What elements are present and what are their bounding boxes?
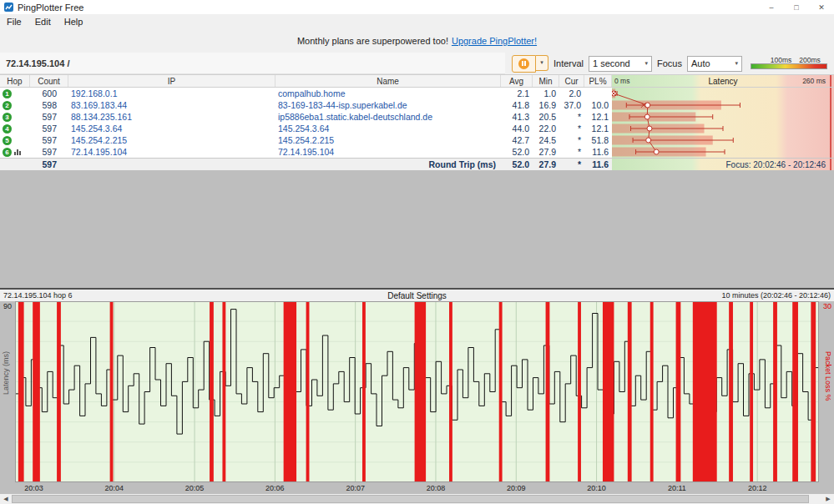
pause-icon bbox=[518, 58, 529, 69]
cell-cur: 2.0 bbox=[559, 88, 584, 99]
cell-min: 27.9 bbox=[533, 146, 559, 158]
footer-cur: * bbox=[559, 159, 584, 170]
cell-pl: 51.8 bbox=[584, 134, 612, 146]
timegraph-icon bbox=[14, 149, 21, 155]
focus-select[interactable]: Auto ▾ bbox=[687, 56, 742, 72]
cell-avg: 52.0 bbox=[501, 146, 533, 158]
timeline-plot[interactable] bbox=[15, 301, 819, 482]
target-bar: 72.14.195.104 / ▾ Interval 1 second ▾ Fo… bbox=[0, 53, 834, 74]
workspace-background bbox=[0, 170, 834, 288]
hop-number-badge: 2 bbox=[3, 101, 12, 110]
timeline-x-axis: 20:0320:0420:0520:0620:0720:0820:0920:10… bbox=[0, 482, 834, 494]
x-tick-label: 20:03 bbox=[24, 484, 43, 492]
scrollbar-thumb[interactable] bbox=[12, 495, 809, 503]
app-window: PingPlotter Free – □ ✕ FileEditHelp Mont… bbox=[0, 0, 834, 504]
pause-dropdown-button[interactable]: ▾ bbox=[536, 55, 548, 71]
focus-value: Auto bbox=[691, 58, 710, 68]
pause-button[interactable] bbox=[512, 55, 536, 73]
table-footer-row: 597 Round Trip (ms) 52.0 27.9 * 11.6 Foc… bbox=[0, 158, 834, 170]
window-controls: – □ ✕ bbox=[759, 0, 834, 14]
x-tick-label: 20:04 bbox=[105, 484, 124, 492]
timeline-header: 72.14.195.104 hop 6 Default Settings 10 … bbox=[0, 288, 834, 301]
hop-number-badge: 6 bbox=[3, 148, 12, 157]
hop-number-badge: 1 bbox=[3, 89, 12, 98]
close-button[interactable]: ✕ bbox=[809, 0, 834, 14]
cell-cur: * bbox=[559, 111, 584, 123]
latency-scale-min: 0 ms bbox=[614, 77, 629, 85]
pause-button-group: ▾ bbox=[512, 55, 548, 73]
col-header-cur[interactable]: Cur bbox=[559, 75, 584, 87]
packet-loss-axis-max: 30 bbox=[823, 302, 831, 310]
cell-count: 597 bbox=[30, 134, 68, 146]
x-tick-label: 20:08 bbox=[427, 484, 446, 492]
cell-pl: 10.0 bbox=[584, 99, 612, 111]
interval-select[interactable]: 1 second ▾ bbox=[589, 56, 652, 72]
menu-help[interactable]: Help bbox=[58, 17, 90, 27]
timeline-chart-area[interactable]: 90 Latency (ms) 30 Packet Loss % bbox=[0, 301, 834, 482]
cell-pl bbox=[584, 88, 612, 99]
cell-ip: 192.168.0.1 bbox=[68, 88, 275, 99]
upgrade-link[interactable]: Upgrade PingPlotter! bbox=[452, 36, 537, 46]
chevron-down-icon: ▾ bbox=[645, 60, 649, 67]
timeline-settings-label[interactable]: Default Settings bbox=[279, 291, 554, 300]
menu-file[interactable]: File bbox=[0, 17, 28, 27]
cell-avg: 41.3 bbox=[501, 111, 533, 123]
latency-axis-title: Latency (ms) bbox=[2, 351, 10, 395]
cell-min: 1.0 bbox=[533, 88, 559, 99]
cell-cur: * bbox=[559, 134, 584, 146]
col-header-ip[interactable]: IP bbox=[68, 75, 275, 87]
hop-number-badge: 5 bbox=[3, 136, 12, 145]
cell-count: 600 bbox=[30, 88, 68, 99]
latency-scale-max: 260 ms bbox=[802, 77, 826, 85]
cell-name: ip5886eba1.static.kabel-deutschland.de bbox=[275, 111, 501, 123]
timeline-target-label: 72.14.195.104 hop 6 bbox=[3, 291, 279, 300]
scrollbar-track[interactable] bbox=[809, 494, 822, 504]
interval-label: Interval bbox=[553, 58, 584, 68]
timeline-range-label: 10 minutes (20:02:46 - 20:12:46) bbox=[555, 291, 831, 300]
cell-min: 16.9 bbox=[533, 99, 559, 111]
cell-name: 145.254.2.215 bbox=[275, 134, 501, 146]
scroll-right-button[interactable]: ▶ bbox=[822, 494, 834, 504]
focus-label: Focus bbox=[657, 58, 682, 68]
latency-range-chart bbox=[612, 88, 834, 158]
cell-ip: 145.254.3.64 bbox=[68, 123, 275, 134]
latency-color-legend: 100ms 200ms bbox=[751, 56, 831, 71]
cell-cur: * bbox=[559, 146, 584, 158]
scroll-left-button[interactable]: ◀ bbox=[0, 494, 12, 504]
cell-avg: 2.1 bbox=[501, 88, 533, 99]
menu-bar: FileEditHelp bbox=[0, 14, 834, 29]
latency-max-line bbox=[830, 75, 831, 87]
latency-graph-column bbox=[612, 88, 834, 158]
col-header-name[interactable]: Name bbox=[275, 75, 501, 87]
cell-name: compalhub.home bbox=[275, 88, 501, 99]
timeline-scrollbar: ◀ ▶ bbox=[0, 494, 834, 504]
chevron-down-icon: ▾ bbox=[735, 60, 738, 67]
focus-range-label: Focus: 20:02:46 - 20:12:46 bbox=[612, 159, 834, 170]
cell-min: 22.0 bbox=[533, 123, 559, 134]
col-header-avg[interactable]: Avg bbox=[501, 75, 533, 87]
maximize-button[interactable]: □ bbox=[784, 0, 809, 14]
table-header: Hop Count IP Name Avg Min Cur PL% 0 ms L… bbox=[0, 74, 834, 88]
col-header-min[interactable]: Min bbox=[533, 75, 559, 87]
cell-pl: 12.1 bbox=[584, 111, 612, 123]
packet-loss-axis-title: Packet Loss % bbox=[824, 351, 832, 401]
menu-edit[interactable]: Edit bbox=[28, 17, 58, 27]
col-header-count[interactable]: Count bbox=[30, 75, 68, 87]
latency-scale-label: Latency bbox=[708, 77, 737, 86]
x-tick-label: 20:06 bbox=[265, 484, 285, 492]
col-header-hop[interactable]: Hop bbox=[0, 75, 30, 87]
x-tick-label: 20:07 bbox=[346, 484, 365, 492]
x-tick-label: 20:11 bbox=[668, 484, 686, 492]
cell-pl: 11.6 bbox=[584, 146, 612, 158]
app-icon bbox=[4, 3, 13, 12]
cell-name: 145.254.3.64 bbox=[275, 123, 501, 134]
footer-min: 27.9 bbox=[533, 159, 559, 170]
hop-table-body: 1600192.168.0.1compalhub.home2.11.02.025… bbox=[0, 88, 834, 158]
col-header-pl[interactable]: PL% bbox=[584, 75, 612, 87]
upgrade-banner: Monthly plans are superpowered too! Upgr… bbox=[0, 29, 834, 53]
cell-ip: 83.169.183.44 bbox=[68, 99, 275, 111]
footer-pl: 11.6 bbox=[584, 159, 612, 170]
col-header-latency[interactable]: 0 ms Latency 260 ms bbox=[612, 75, 834, 87]
minimize-button[interactable]: – bbox=[759, 0, 784, 14]
target-input[interactable]: 72.14.195.104 / bbox=[0, 53, 505, 74]
